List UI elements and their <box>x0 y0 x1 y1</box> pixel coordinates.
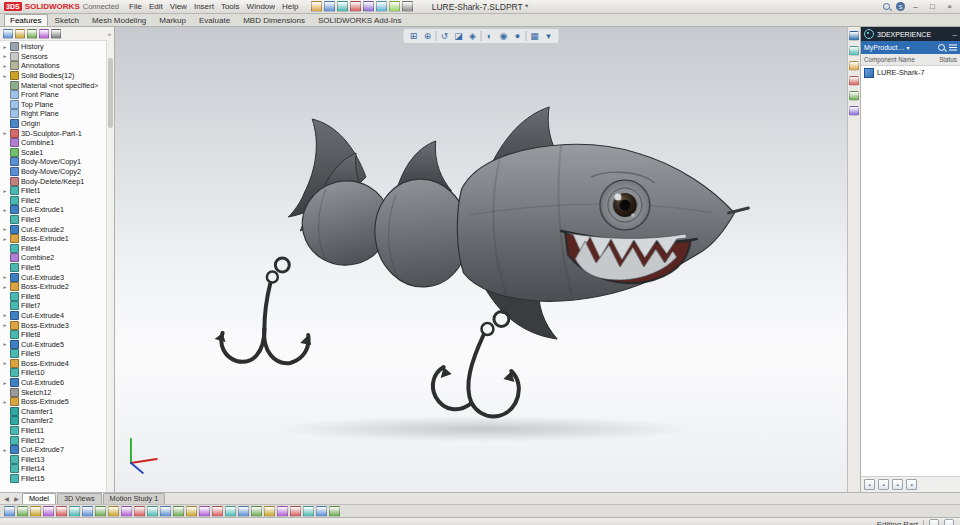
pane-menu-icon[interactable] <box>949 47 957 48</box>
display-style-icon[interactable]: ◐ <box>484 30 496 42</box>
tree-item[interactable]: Origin <box>0 119 114 129</box>
tree-item[interactable]: Fillet6 <box>0 291 114 301</box>
search-icon[interactable] <box>882 2 892 12</box>
filter-surface-finish-icon[interactable] <box>225 506 236 517</box>
redo-icon[interactable] <box>376 1 387 12</box>
tab-mesh-modeling[interactable]: Mesh Modeling <box>86 14 152 26</box>
model-tab-motion-study-1[interactable]: Motion Study 1 <box>103 493 166 504</box>
rebuild-icon[interactable] <box>389 1 400 12</box>
tab-sketch[interactable]: Sketch <box>49 14 85 26</box>
tree-item[interactable]: Fillet3 <box>0 215 114 225</box>
filter-balloons-icon[interactable] <box>173 506 184 517</box>
tree-item[interactable]: Fillet8 <box>0 330 114 340</box>
tab-evaluate[interactable]: Evaluate <box>193 14 236 26</box>
filter-weld-symbols-icon[interactable] <box>186 506 197 517</box>
cloud-icon[interactable] <box>849 46 859 56</box>
tree-item[interactable]: ▸3D-Sculptor-Part-1 <box>0 128 114 138</box>
expand-arrow-icon[interactable]: ▸ <box>2 399 8 405</box>
expand-arrow-icon[interactable]: ▸ <box>2 274 8 280</box>
filter-notes-icon[interactable] <box>160 506 171 517</box>
tabs-scroll-right-icon[interactable]: ▶ <box>12 494 21 504</box>
tree-item[interactable]: ▸Cut-Extrude2 <box>0 224 114 234</box>
refresh-icon[interactable]: ▪ <box>892 479 903 490</box>
tree-item[interactable]: Sketch12 <box>0 387 114 397</box>
tree-item[interactable]: ▸Boss-Extrude4 <box>0 359 114 369</box>
tree-item[interactable]: Combine2 <box>0 253 114 263</box>
dimxpertmanager-tab-icon[interactable] <box>39 29 49 39</box>
filter-vertices-icon[interactable] <box>4 506 15 517</box>
eye[interactable] <box>600 180 650 230</box>
toggle-selection-filters-icon[interactable] <box>277 506 288 517</box>
rear-hook-eye[interactable] <box>267 272 278 283</box>
graphics-viewport[interactable]: ⊞⊕↺◪◈◐◉●▦▾ <box>115 27 847 492</box>
tree-item[interactable]: Fillet5 <box>0 263 114 273</box>
expand-arrow-icon[interactable]: ▸ <box>2 322 8 328</box>
tabs-scroll-left-icon[interactable]: ◀ <box>2 494 11 504</box>
tree-item[interactable]: ▸Boss-Extrude5 <box>0 397 114 407</box>
expand-arrow-icon[interactable]: ▸ <box>2 130 8 136</box>
filter-sketch-segments-icon[interactable] <box>82 506 93 517</box>
tree-item[interactable]: Fillet10 <box>0 368 114 378</box>
expand-arrow-icon[interactable]: ▸ <box>2 380 8 386</box>
expand-arrow-icon[interactable]: ▸ <box>2 236 8 242</box>
tree-item[interactable]: Scale1 <box>0 148 114 158</box>
select-other-icon[interactable] <box>316 506 327 517</box>
expand-arrow-icon[interactable]: ▸ <box>2 312 8 318</box>
filter-annotations-icon[interactable] <box>147 506 158 517</box>
zoom-fit-icon[interactable]: ⊞ <box>408 30 420 42</box>
tree-item[interactable]: Top Plane <box>0 100 114 110</box>
menu-tools[interactable]: Tools <box>218 1 243 13</box>
tree-item[interactable]: Body-Move/Copy2 <box>0 167 114 177</box>
expand-arrow-icon[interactable]: ▸ <box>2 53 8 59</box>
tree-item[interactable]: ▸Boss-Extrude3 <box>0 320 114 330</box>
tree-item[interactable]: ▸Boss-Extrude2 <box>0 282 114 292</box>
tree-item[interactable]: Body-Move/Copy1 <box>0 157 114 167</box>
tree-item[interactable]: ▸Sensors <box>0 52 114 62</box>
filter-center-marks-icon[interactable] <box>108 506 119 517</box>
menu-edit[interactable]: Edit <box>146 1 166 13</box>
close-button[interactable]: × <box>943 1 956 13</box>
rear-split-ring[interactable] <box>275 258 289 272</box>
expand-arrow-icon[interactable]: ▸ <box>2 341 8 347</box>
tree-item[interactable]: ▸Boss-Extrude1 <box>0 234 114 244</box>
tree-item[interactable]: Front Plane <box>0 90 114 100</box>
hide-show-icon[interactable]: ◉ <box>498 30 510 42</box>
tree-item[interactable]: ▸Cut-Extrude1 <box>0 205 114 215</box>
appearances-icon[interactable]: ● <box>512 30 524 42</box>
tree-item[interactable]: ▸Cut-Extrude6 <box>0 378 114 388</box>
tree-item[interactable]: Right Plane <box>0 109 114 119</box>
maximize-button[interactable]: □ <box>926 1 939 13</box>
expand-arrow-icon[interactable]: ▸ <box>2 284 8 290</box>
filter-datums-icon[interactable] <box>212 506 223 517</box>
front-split-ring[interactable] <box>494 312 509 327</box>
tree-item[interactable]: Fillet14 <box>0 464 114 474</box>
expand-pane-icon[interactable]: ▪ <box>906 479 917 490</box>
settings-icon[interactable] <box>849 106 859 116</box>
print-icon[interactable] <box>350 1 361 12</box>
rear-treble-hook[interactable] <box>215 258 312 363</box>
section-view-icon[interactable]: ◪ <box>453 30 465 42</box>
tree-item[interactable]: Fillet9 <box>0 349 114 359</box>
tree-item[interactable]: Fillet12 <box>0 435 114 445</box>
expand-arrow-icon[interactable]: ▸ <box>2 188 8 194</box>
propertymanager-tab-icon[interactable] <box>15 29 25 39</box>
tree-item[interactable]: Fillet13 <box>0 455 114 465</box>
expand-arrow-icon[interactable]: ▸ <box>2 73 8 79</box>
lure-model-svg[interactable] <box>115 27 847 492</box>
filter-surface-bodies-icon[interactable] <box>56 506 67 517</box>
view-orientation-icon[interactable]: ◈ <box>467 30 479 42</box>
tab-markup[interactable]: Markup <box>153 14 192 26</box>
lasso-selection-icon[interactable] <box>329 506 340 517</box>
expand-arrow-icon[interactable]: ▸ <box>2 360 8 366</box>
home-icon[interactable] <box>849 31 859 41</box>
zoom-area-icon[interactable]: ⊕ <box>422 30 434 42</box>
help-icon[interactable] <box>849 91 859 101</box>
tab-solidworks-add-ins[interactable]: SOLIDWORKS Add-Ins <box>312 14 408 26</box>
menu-help[interactable]: Help <box>279 1 301 13</box>
tree-item[interactable]: Fillet7 <box>0 301 114 311</box>
options-icon[interactable] <box>402 1 413 12</box>
status-panel-toggle-icon[interactable] <box>944 519 954 525</box>
open-icon[interactable] <box>324 1 335 12</box>
expand-arrow-icon[interactable]: ▸ <box>2 44 8 50</box>
filter-midpoints-icon[interactable] <box>95 506 106 517</box>
